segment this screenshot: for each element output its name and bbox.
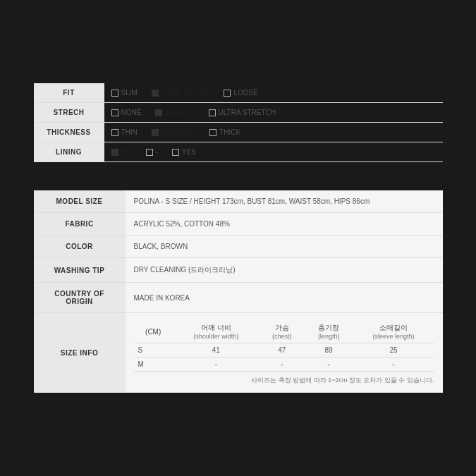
dot-empty (224, 90, 231, 97)
size-col-header: 총기장(length) (305, 320, 353, 343)
option-item: TRUE TO SIZE (152, 89, 210, 97)
dot-empty (146, 149, 153, 156)
option-label: - (156, 148, 158, 156)
size-value: - (173, 358, 260, 372)
option-item: - (146, 148, 158, 156)
dot-empty (111, 109, 118, 116)
option-label: THICK (219, 128, 240, 136)
size-value: - (353, 358, 434, 372)
option-label: SLIM (121, 89, 138, 97)
dot-empty (111, 129, 118, 136)
size-value: - (260, 358, 305, 372)
detail-value: POLINA - S SIZE / HEIGHT 173cm, BUST 81c… (126, 190, 443, 213)
option-label: NONE (121, 109, 142, 116)
option-item: YES (172, 148, 196, 156)
option-item: NONE (111, 109, 142, 116)
option-item: REGULAR (152, 128, 195, 136)
size-col-header: 소매길이(sleeve length) (353, 320, 434, 343)
attr-label: THICKNESS (34, 123, 104, 142)
option-label: THIN (121, 128, 138, 136)
option-label: TRUE TO SIZE (161, 89, 210, 97)
detail-row: WASHING TIPDRY CLEANING (드라이크리닝) (34, 258, 443, 283)
detail-value: ACRYLIC 52%, COTTON 48% (126, 213, 443, 236)
option-item: THICK (209, 128, 240, 136)
detail-row: COUNTRY OF ORIGINMADE IN KOREA (34, 283, 443, 313)
dot-filled (152, 90, 159, 97)
detail-row: COLORBLACK, BROWN (34, 236, 443, 258)
option-item: NO (111, 148, 132, 156)
attr-label: STRECH (34, 103, 104, 123)
dot-empty (209, 129, 216, 136)
option-label: NO (121, 148, 132, 156)
detail-value: DRY CLEANING (드라이크리닝) (126, 258, 443, 283)
size-info-row: SIZE INFO (CM)어깨 너비(shoulder width)가슴(ch… (34, 313, 443, 393)
option-label: LOOSE (233, 89, 257, 97)
detail-label: COUNTRY OF ORIGIN (34, 283, 126, 313)
size-value: 25 (353, 343, 434, 358)
attr-label: LINING (34, 142, 104, 162)
spacer (34, 162, 443, 190)
detail-label: COLOR (34, 236, 126, 258)
option-item: ULTRA STRETCH (209, 109, 276, 116)
option-label: STRECH (165, 109, 194, 116)
option-label: REGULAR (161, 128, 195, 136)
size-col-header: (CM) (134, 320, 173, 343)
detail-label: FABRIC (34, 213, 126, 236)
dot-filled (152, 129, 159, 136)
size-table: (CM)어깨 너비(shoulder width)가슴(chest)총기장(le… (134, 320, 434, 372)
size-value: 89 (305, 343, 353, 358)
dot-filled (111, 149, 118, 156)
size-data-row: S41478925 (134, 343, 434, 358)
size-col-header: 어깨 너비(shoulder width) (173, 320, 260, 343)
attributes-table: FITSLIMTRUE TO SIZELOOSESTRECHNONESTRECH… (34, 83, 443, 162)
option-item: LOOSE (224, 89, 257, 97)
size-header-row: (CM)어깨 너비(shoulder width)가슴(chest)총기장(le… (134, 320, 434, 343)
size-col-header: 가슴(chest) (260, 320, 305, 343)
size-label: M (134, 358, 173, 372)
option-label: YES (182, 148, 196, 156)
size-value: 47 (260, 343, 305, 358)
option-item: THIN (111, 128, 138, 136)
detail-label: MODEL SIZE (34, 190, 126, 213)
size-info-cell: (CM)어깨 너비(shoulder width)가슴(chest)총기장(le… (126, 313, 443, 393)
size-note: 사이즈는 측정 방법에 따라 1~2cm 정도 오차가 있을 수 있습니다. (134, 372, 434, 385)
dot-empty (172, 149, 179, 156)
size-label: S (134, 343, 173, 358)
size-value: - (305, 358, 353, 372)
dot-empty (209, 109, 216, 116)
option-item: SLIM (111, 89, 138, 97)
detail-table: MODEL SIZEPOLINA - S SIZE / HEIGHT 173cm… (34, 190, 443, 393)
detail-row: MODEL SIZEPOLINA - S SIZE / HEIGHT 173cm… (34, 190, 443, 213)
detail-value: BLACK, BROWN (126, 236, 443, 258)
detail-label: WASHING TIP (34, 258, 126, 283)
attr-label: FIT (34, 83, 104, 103)
dot-empty (111, 90, 118, 97)
page-container: FITSLIMTRUE TO SIZELOOSESTRECHNONESTRECH… (0, 0, 476, 476)
option-label: ULTRA STRETCH (219, 109, 276, 116)
dot-filled (155, 109, 162, 116)
detail-row: FABRICACRYLIC 52%, COTTON 48% (34, 213, 443, 236)
detail-value: MADE IN KOREA (126, 283, 443, 313)
option-item: STRECH (155, 109, 194, 116)
size-value: 41 (173, 343, 260, 358)
size-data-row: M---- (134, 358, 434, 372)
size-info-label: SIZE INFO (34, 313, 126, 393)
